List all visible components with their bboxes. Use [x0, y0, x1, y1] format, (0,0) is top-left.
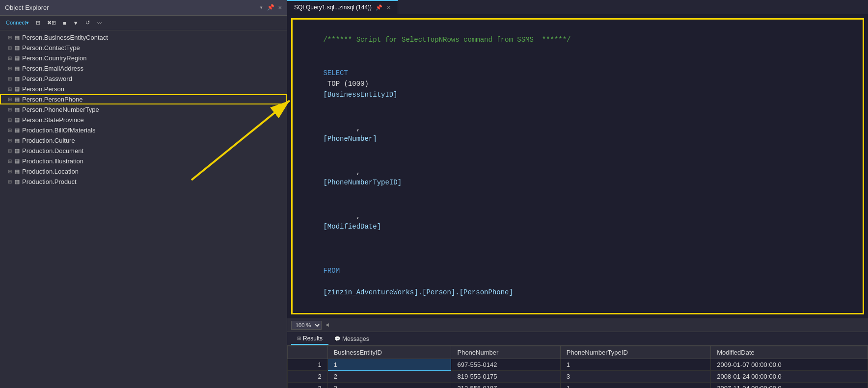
expand-icon: ⊞ [8, 128, 13, 133]
table-row[interactable]: 11697-555-014212009-01-07 00:00:00.0 [288, 359, 868, 371]
results-table-container[interactable]: BusinessEntityIDPhoneNumberPhoneNumberTy… [287, 346, 868, 388]
zoom-select[interactable]: 100 % 75 % 125 % [291, 321, 322, 330]
table-icon: ▦ [15, 45, 20, 51]
tree-item-item-1[interactable]: ⊞ ▦ Person.BusinessEntityContact [0, 32, 287, 43]
expand-icon: ⊞ [8, 107, 13, 112]
connect-button[interactable]: Connect▾ [4, 19, 31, 27]
cell-phonenumber[interactable]: 212-555-0187 [451, 383, 560, 388]
table-row[interactable]: 33212-555-018712007-11-04 00:00:00.0 [288, 383, 868, 388]
tab-results[interactable]: ⊞ Results [291, 333, 328, 345]
stop-icon[interactable]: ■ [61, 19, 68, 27]
comma-2: , [323, 168, 360, 176]
dock-icon[interactable]: 📌 [267, 4, 274, 11]
tree-item-label: Production.Culture [22, 137, 75, 144]
cell-businessentityid[interactable]: 3 [327, 383, 451, 388]
expand-icon: ⊞ [8, 55, 13, 61]
tab-label: SQLQuery1.sql...zinsql (144)) [294, 4, 372, 11]
tree-item-item-11[interactable]: ⊞ ▦ Production.Culture [0, 135, 287, 146]
tree-item-label: Production.Product [22, 178, 77, 185]
cell-businessentityid[interactable]: 1 [327, 359, 451, 371]
tree-item-label: Production.BillOfMaterials [22, 127, 96, 134]
tree-item-item-6[interactable]: ⊞ ▦ Person.Person [0, 84, 287, 94]
tab-messages[interactable]: 💬 Messages [328, 334, 375, 344]
tree-item-item-2[interactable]: ⊞ ▦ Person.ContactType [0, 43, 287, 53]
comma-3: , [323, 212, 360, 220]
scroll-left-button[interactable]: ◄ [326, 322, 329, 329]
table-row[interactable]: 22819-555-017532008-01-24 00:00:00.0 [288, 371, 868, 383]
col-modifieddate: [ModifiedDate] [323, 223, 381, 231]
tab-close-icon[interactable]: ✕ [386, 4, 391, 11]
expand-icon: ⊞ [8, 45, 13, 51]
pin-icon[interactable]: ▾ [260, 4, 263, 11]
select-keyword: SELECT [323, 69, 348, 77]
filter-icon[interactable]: ▼ [71, 19, 81, 27]
table-icon: ▦ [15, 127, 20, 133]
tree-item-label: Person.PhoneNumberType [22, 106, 99, 113]
tree-item-item-7[interactable]: ⊞ ▦ Person.PersonPhone [0, 94, 287, 104]
tree-item-label: Person.CountryRegion [22, 54, 87, 62]
col-header-businessentityid: BusinessEntityID [327, 346, 451, 359]
tree-item-item-10[interactable]: ⊞ ▦ Production.BillOfMaterials [0, 125, 287, 135]
tree-item-item-3[interactable]: ⊞ ▦ Person.CountryRegion [0, 53, 287, 63]
tree-item-item-9[interactable]: ⊞ ▦ Person.StateProvince [0, 115, 287, 125]
code-line-4: , [PhoneNumberTypeID] [298, 155, 857, 200]
oe-title-icons: ▾ 📌 ✕ [260, 4, 282, 11]
sql-query-tab[interactable]: SQLQuery1.sql...zinsql (144)) 📌 ✕ [287, 0, 398, 14]
tree-item-item-8[interactable]: ⊞ ▦ Person.PhoneNumberType [0, 104, 287, 115]
tree-item-label: Person.StateProvince [22, 116, 84, 124]
cell-modifieddate[interactable]: 2008-01-24 00:00:00.0 [711, 371, 868, 383]
cell-phonenumber[interactable]: 819-555-0175 [451, 371, 560, 383]
cell-phonenumbertypeid[interactable]: 1 [560, 383, 710, 388]
table-icon: ▦ [15, 76, 20, 82]
activity-icon[interactable]: 〰 [95, 19, 104, 27]
table-icon: ▦ [15, 117, 20, 123]
oe-titlebar: Object Explorer ▾ 📌 ✕ [0, 0, 287, 16]
table-icon: ▦ [15, 34, 20, 41]
tab-pin-icon[interactable]: 📌 [376, 4, 382, 11]
tree-item-item-4[interactable]: ⊞ ▦ Person.EmailAddress [0, 63, 287, 74]
cell-modifieddate[interactable]: 2009-01-07 00:00:00.0 [711, 359, 868, 371]
expand-icon: ⊞ [8, 86, 13, 92]
row-number: 2 [288, 371, 328, 383]
table-icon: ▦ [15, 65, 20, 72]
expand-icon: ⊞ [8, 179, 13, 184]
tab-bar: SQLQuery1.sql...zinsql (144)) 📌 ✕ [287, 0, 868, 14]
col-header- [288, 346, 328, 359]
table-icon: ▦ [15, 55, 20, 61]
refresh-icon[interactable]: ↺ [83, 19, 92, 27]
expand-icon: ⊞ [8, 148, 13, 154]
cell-modifieddate[interactable]: 2007-11-04 00:00:00.0 [711, 383, 868, 388]
expand-icon: ⊞ [8, 169, 13, 174]
tree-item-item-15[interactable]: ⊞ ▦ Production.Product [0, 177, 287, 187]
delete-icon[interactable]: ✖⊞ [45, 19, 58, 27]
new-query-icon[interactable]: ⊞ [34, 19, 42, 27]
oe-title: Object Explorer [5, 4, 49, 11]
cell-phonenumbertypeid[interactable]: 1 [560, 359, 710, 371]
expand-icon: ⊞ [8, 66, 13, 71]
cell-businessentityid[interactable]: 2 [327, 371, 451, 383]
from-keyword: FROM [323, 267, 340, 275]
results-tabs: ⊞ Results 💬 Messages [287, 332, 868, 346]
expand-icon: ⊞ [8, 97, 13, 102]
expand-icon: ⊞ [8, 117, 13, 123]
col-businessentityid: [BusinessEntityID] [323, 91, 397, 99]
tree-item-label: Person.BusinessEntityContact [22, 34, 108, 41]
tree-item-label: Person.ContactType [22, 44, 80, 52]
cell-phonenumbertypeid[interactable]: 3 [560, 371, 710, 383]
cell-phonenumber[interactable]: 697-555-0142 [451, 359, 560, 371]
tree-item-label: Person.Password [22, 75, 72, 82]
code-editor[interactable]: /****** Script for SelectTopNRows comman… [291, 18, 864, 314]
tree-item-item-14[interactable]: ⊞ ▦ Production.Location [0, 166, 287, 177]
results-tab-label: Messages [342, 336, 369, 342]
right-panel: SQLQuery1.sql...zinsql (144)) 📌 ✕ /*****… [287, 0, 868, 388]
col-phonenumbertypeid: [PhoneNumberTypeID] [323, 179, 402, 186]
table-icon: ▦ [15, 168, 20, 175]
code-line-6: FROM [zinzin_AdventureWorks].[Person].[P… [298, 243, 857, 309]
close-icon[interactable]: ✕ [278, 4, 282, 11]
tree-item-label: Production.Location [22, 168, 79, 175]
tree-item-item-13[interactable]: ⊞ ▦ Production.Illustration [0, 156, 287, 166]
col-header-phonenumber: PhoneNumber [451, 346, 560, 359]
tree-item-item-5[interactable]: ⊞ ▦ Person.Password [0, 74, 287, 84]
tree-item-item-12[interactable]: ⊞ ▦ Production.Document [0, 146, 287, 156]
expand-icon: ⊞ [8, 138, 13, 143]
